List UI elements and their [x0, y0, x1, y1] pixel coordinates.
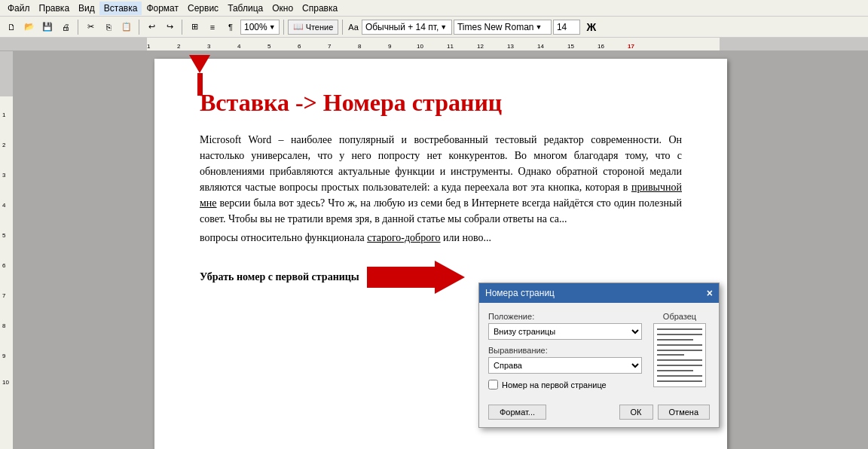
- style-value: Обычный + 14 пт,: [365, 22, 439, 32]
- font-size-indicator: Аа: [347, 23, 360, 32]
- toolbar-save[interactable]: 💾: [39, 19, 56, 35]
- page-body: Microsoft Word – наиболее популярный и в…: [200, 132, 682, 246]
- dialog-title-text: Номера страниц: [485, 288, 555, 298]
- menu-help[interactable]: Справка: [298, 2, 342, 15]
- preview-box: [653, 323, 706, 387]
- alignment-select[interactable]: Справа: [488, 357, 642, 374]
- dialog-left-section: Положение: Внизу страницы Выравнивание: …: [488, 312, 642, 396]
- font-value: Times New Roman: [457, 22, 534, 32]
- main-area: 1 2 3 4 5 6 7 8 9 10 Вставка -> Номера с…: [0, 51, 868, 449]
- menu-insert[interactable]: Вставка: [99, 2, 142, 15]
- preview-line-5: [657, 350, 702, 351]
- style-dropdown-icon: ▼: [440, 23, 447, 31]
- ruler: 1 2 3 4 5 6 7 8 9 10 11 12 13 14 15 16 1…: [0, 38, 868, 51]
- toolbar-separator-3: [182, 20, 182, 35]
- menu-format[interactable]: Формат: [142, 2, 183, 15]
- preview-line-3: [657, 339, 693, 341]
- position-label: Положение:: [488, 312, 642, 321]
- toolbar-pilcrow[interactable]: ¶: [222, 19, 239, 35]
- arrow-down-annotation: [189, 55, 210, 96]
- zoom-dropdown-icon[interactable]: ▼: [269, 23, 276, 31]
- toolbar-separator-5: [342, 20, 343, 35]
- preview-line-8: [657, 365, 702, 366]
- toolbar-separator-1: [78, 20, 78, 35]
- preview-label: Образец: [663, 312, 696, 321]
- dialog-action-buttons: ОК Отмена: [619, 405, 710, 420]
- toolbar-print[interactable]: 🖨: [57, 19, 74, 35]
- menu-file[interactable]: Файл: [3, 2, 35, 15]
- dialog-footer: Формат... ОК Отмена: [479, 405, 719, 427]
- menu-table[interactable]: Таблица: [223, 2, 267, 15]
- document-page: Вставка -> Номера страниц Microsoft Word…: [154, 59, 727, 449]
- toolbar-open[interactable]: 📂: [21, 19, 38, 35]
- font-dropdown-icon: ▼: [535, 23, 542, 31]
- preview-line-1: [657, 328, 702, 330]
- preview-line-9: [657, 370, 693, 371]
- font-size-value: 14: [557, 22, 567, 32]
- preview-line-11: [657, 380, 702, 382]
- position-select[interactable]: Внизу страницы: [488, 323, 642, 340]
- toolbar-zoom-display: 100% ▼: [240, 20, 280, 35]
- preview-line-6: [657, 354, 684, 356]
- dialog-close-button[interactable]: ×: [707, 287, 713, 299]
- toolbar-separator-2: [139, 20, 139, 35]
- document-area: Вставка -> Номера страниц Microsoft Word…: [14, 51, 868, 449]
- reading-mode-button[interactable]: 📖 Чтение: [288, 20, 339, 35]
- menu-view[interactable]: Вид: [74, 2, 99, 15]
- style-selector[interactable]: Обычный + 14 пт, ▼: [362, 20, 452, 35]
- font-size-selector[interactable]: 14: [553, 20, 580, 35]
- reading-label: Чтение: [306, 23, 334, 32]
- cancel-button[interactable]: Отмена: [658, 405, 710, 420]
- toolbar-separator-4: [283, 20, 284, 35]
- page-heading: Вставка -> Номера страниц: [200, 89, 682, 117]
- first-page-checkbox[interactable]: [488, 380, 498, 389]
- ruler-left-gray: [0, 38, 147, 50]
- alignment-label: Выравнивание:: [488, 346, 642, 355]
- toolbar-paste[interactable]: 📋: [118, 19, 135, 35]
- menu-bar: Файл Правка Вид Вставка Формат Сервис Та…: [0, 0, 868, 17]
- ruler-white: 1 2 3 4 5 6 7 8 9 10 11 12 13 14 15 16 1…: [147, 38, 720, 50]
- toolbar-redo[interactable]: ↪: [161, 19, 178, 35]
- zoom-value: 100%: [244, 22, 267, 32]
- preview-line-2: [657, 334, 702, 335]
- toolbar-table[interactable]: ⊞: [186, 19, 203, 35]
- bold-button[interactable]: Ж: [582, 19, 601, 35]
- dialog-title-bar: Номера страниц ×: [479, 283, 719, 303]
- dialog-right-section: Образец: [649, 312, 710, 396]
- toolbar-col[interactable]: ≡: [204, 19, 221, 35]
- toolbar-undo[interactable]: ↩: [143, 19, 160, 35]
- checkbox-row: Номер на первой странице: [488, 380, 642, 389]
- toolbar: 🗋 📂 💾 🖨 ✂ ⎘ 📋 ↩ ↪ ⊞ ≡ ¶ 100% ▼ 📖 Чтение …: [0, 17, 868, 38]
- menu-window[interactable]: Окно: [267, 2, 298, 15]
- menu-service[interactable]: Сервис: [183, 2, 223, 15]
- format-button[interactable]: Формат...: [488, 405, 546, 420]
- preview-line-4: [657, 344, 702, 346]
- ok-button[interactable]: ОК: [619, 405, 653, 420]
- font-selector[interactable]: Times New Roman ▼: [454, 20, 552, 35]
- first-page-label: Номер на первой странице: [502, 380, 607, 389]
- preview-line-10: [657, 375, 702, 377]
- toolbar-copy[interactable]: ⎘: [100, 19, 117, 35]
- toolbar-cut[interactable]: ✂: [82, 19, 99, 35]
- left-ruler: 1 2 3 4 5 6 7 8 9 10: [0, 51, 14, 449]
- dialog-overlay: Номера страниц × Положение: Внизу страни…: [478, 283, 720, 428]
- ruler-right-gray: [720, 38, 868, 50]
- dialog-body: Положение: Внизу страницы Выравнивание: …: [479, 303, 719, 405]
- toolbar-new[interactable]: 🗋: [3, 19, 20, 35]
- page-numbers-dialog: Номера страниц × Положение: Внизу страни…: [478, 283, 720, 428]
- book-icon: 📖: [293, 22, 304, 32]
- right-arrow-icon: [367, 261, 465, 294]
- menu-edit[interactable]: Правка: [35, 2, 75, 15]
- preview-line-7: [657, 359, 702, 361]
- bold-line-text: Убрать номер с первой страницы: [200, 271, 359, 283]
- svg-marker-0: [367, 261, 465, 294]
